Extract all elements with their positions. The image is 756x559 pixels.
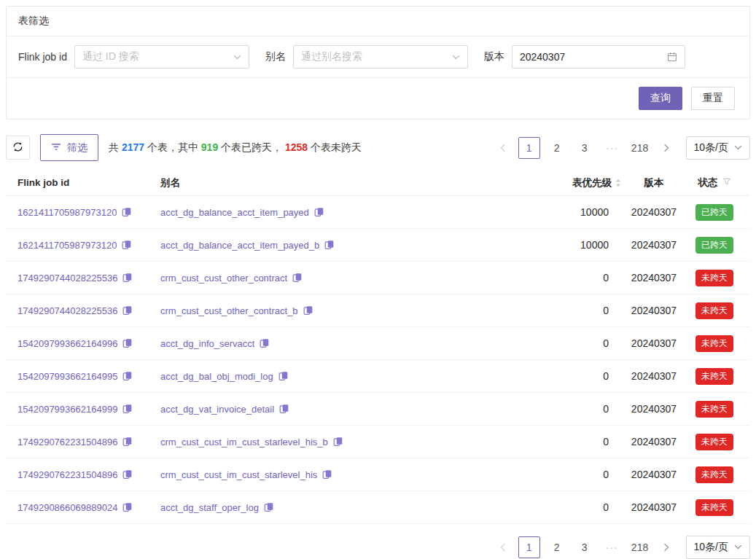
page-size-select[interactable]: 10条/页 [686,536,750,559]
flink-job-id-link[interactable]: 1542097993662164999 [17,404,117,415]
alias-link[interactable]: crm_cust_cust_im_cust_starlevel_his [160,469,317,480]
alias-link[interactable]: crm_cust_cust_other_contract_b [160,305,298,316]
column-header-priority[interactable]: 表优先级 [537,176,623,189]
column-header-status[interactable]: 状态 [685,176,750,189]
copy-icon[interactable] [122,207,132,217]
copy-icon[interactable] [122,240,132,250]
page-button-218[interactable]: 218 [629,536,651,558]
copy-icon[interactable] [260,338,270,348]
copy-icon[interactable] [122,502,133,512]
filter-actions: 查询 重置 [7,78,749,119]
flink-job-id-select[interactable]: 通过 ID 搜索 [74,45,249,69]
next-page-button[interactable] [657,536,676,558]
priority-cell: 0 [537,436,623,447]
field-flink-job-id: Flink job id 通过 ID 搜索 [18,45,249,69]
copy-icon[interactable] [324,240,335,250]
filter-toggle-button[interactable]: 筛选 [40,134,98,161]
copy-icon[interactable] [122,338,133,348]
page-button-218[interactable]: 218 [629,137,651,159]
copy-icon[interactable] [292,273,303,283]
flink-job-id-link[interactable]: 1749290762231504896 [17,469,117,480]
flink-job-id-link[interactable]: 1749290866069889024 [17,502,117,513]
alias-link[interactable]: acct_dg_bal_obj_modi_log [160,371,273,382]
page-size-select[interactable]: 10条/页 [686,136,750,160]
copy-icon[interactable] [278,371,289,381]
reset-button[interactable]: 重置 [691,87,735,110]
flink-job-id-link[interactable]: 1749290744028225536 [17,305,117,316]
funnel-filter-icon[interactable] [722,177,731,188]
copy-icon[interactable] [122,273,133,283]
alias-select[interactable]: 通过别名搜索 [293,45,468,69]
version-cell: 20240307 [623,272,685,284]
alias-link[interactable]: acct_dg_balance_acct_item_payed [160,207,309,218]
priority-cell: 0 [537,469,623,480]
table-row: 1749290762231504896 crm_cust_cust_im_cus… [6,458,750,491]
status-badge: 已跨天 [695,237,733,254]
prev-page-button[interactable] [494,536,513,558]
copy-icon[interactable] [122,469,133,480]
alias-link[interactable]: acct_dg_balance_acct_item_payed_b [160,240,319,251]
table-row: 1621411705987973120 acct_dg_balance_acct… [6,229,750,262]
column-header-alias[interactable]: 别名 [149,176,537,189]
sort-icon[interactable] [615,179,622,187]
table: Flink job id 别名 表优先级 版本 状态 1621411705987… [6,170,750,524]
priority-cell: 0 [537,272,623,284]
status-badge: 未跨天 [695,434,733,450]
flink-job-id-link[interactable]: 1621411705987973120 [17,207,117,218]
priority-cell: 10000 [537,239,623,251]
flink-job-id-link[interactable]: 1749290762231504896 [17,437,117,447]
next-page-button[interactable] [657,137,676,159]
summary-total: 2177 [122,141,144,153]
version-date-input[interactable]: 20240307 [512,45,685,69]
flink-job-id-link[interactable]: 1542097993662164995 [17,371,117,382]
version-label: 版本 [484,50,504,63]
flink-job-id-link[interactable]: 1621411705987973120 [17,240,117,251]
refresh-icon [12,141,23,155]
alias-link[interactable]: acct_dg_staff_oper_log [160,502,259,513]
version-cell: 20240307 [623,206,685,218]
copy-icon[interactable] [314,207,324,217]
version-cell: 20240307 [623,337,685,349]
filter-card: 表筛选 Flink job id 通过 ID 搜索 别名 通过别名搜索 [6,6,750,120]
column-header-flink-job-id[interactable]: Flink job id [6,177,149,188]
copy-icon[interactable] [122,404,133,414]
alias-link[interactable]: acct_dg_vat_invoice_detail [160,404,274,415]
summary-suffix: 个表未跨天 [308,141,362,153]
copy-icon[interactable] [279,404,289,414]
alias-link[interactable]: crm_cust_cust_im_cust_starlevel_his_b [160,437,328,447]
copy-icon[interactable] [122,437,133,447]
table-body: 1621411705987973120 acct_dg_balance_acct… [6,196,750,524]
summary-mid1: 个表，其中 [144,141,201,153]
page-button-2[interactable]: 2 [546,137,568,159]
copy-icon[interactable] [264,502,274,512]
query-button[interactable]: 查询 [639,87,682,110]
alias-link[interactable]: crm_cust_cust_other_contract [160,273,287,284]
filter-card-title: 表筛选 [7,7,749,36]
prev-page-button[interactable] [494,137,513,159]
table-row: 1749290744028225536 crm_cust_cust_other_… [6,262,750,294]
table-header-row: Flink job id 别名 表优先级 版本 状态 [6,170,750,196]
chevron-down-icon [734,142,742,154]
copy-icon[interactable] [333,437,343,447]
column-header-version[interactable]: 版本 [623,176,685,189]
alias-link[interactable]: acct_dg_info_servacct [160,338,254,349]
flink-job-id-label: Flink job id [18,51,67,63]
chevron-down-icon [452,53,460,61]
page-button-2[interactable]: 2 [546,536,568,558]
version-cell: 20240307 [623,436,685,447]
page-button-1[interactable]: 1 [518,137,540,159]
page-button-1[interactable]: 1 [518,536,540,558]
status-badge: 未跨天 [695,401,733,418]
copy-icon[interactable] [122,371,133,381]
status-badge: 未跨天 [695,335,733,352]
page-button-3[interactable]: 3 [574,536,596,558]
copy-icon[interactable] [303,305,313,316]
summary-crossed: 919 [201,141,218,153]
copy-icon[interactable] [322,469,332,480]
page-button-3[interactable]: 3 [574,137,596,159]
copy-icon[interactable] [122,305,133,316]
flink-job-id-link[interactable]: 1542097993662164996 [17,338,117,349]
flink-job-id-link[interactable]: 1749290744028225536 [17,273,117,284]
priority-header-label: 表优先级 [572,176,612,189]
refresh-button[interactable] [6,136,30,160]
